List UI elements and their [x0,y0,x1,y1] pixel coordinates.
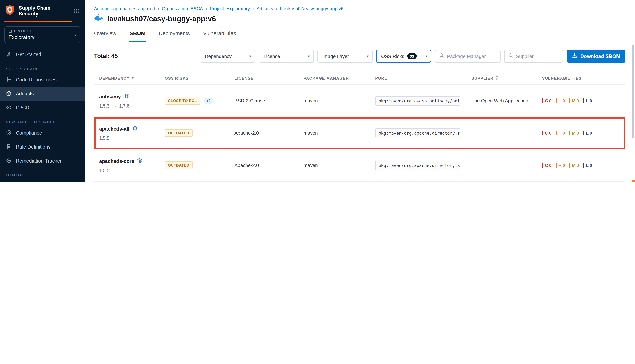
sidebar-item-code-repositories[interactable]: Code Repositories [0,73,85,86]
filter-group: Dependency▾License▾Image Layer▾OSS Risks… [200,50,432,63]
filter-label: Image Layer [322,54,349,59]
content-area: Total: 45 Dependency▾License▾Image Layer… [85,50,635,182]
app-title-line2: Security [19,11,51,17]
breadcrumb-link[interactable]: Project: Exploratory [210,6,250,11]
column-label: DEPENDENCY [99,76,130,80]
tab-sbom[interactable]: SBOM [130,30,145,42]
column-dependency[interactable]: DEPENDENCY ▼ [94,76,165,80]
supplier-search-input[interactable] [516,54,559,59]
column-vulnerabilities: VULNERABILITIES [542,76,625,80]
column-package-manager: PACKAGE MANAGER [304,76,375,80]
chevron-down-icon: ▾ [367,54,369,58]
license-value: Apache-2.0 [235,130,304,136]
breadcrumb-link[interactable]: Account: app-harness-ng-cicd [94,6,155,11]
filter-dependency[interactable]: Dependency▾ [200,50,255,63]
layers-icon [124,93,129,100]
breadcrumb: Account: app-harness-ng-cicd›Organizatio… [85,0,635,12]
sort-descending-icon: ▼ [131,76,134,80]
filter-image-layer[interactable]: Image Layer▾ [318,50,373,63]
tab-overview[interactable]: Overview [94,30,116,42]
sort-icon [495,75,498,81]
vuln-high-count: H0 [555,131,565,136]
package-manager-search[interactable] [435,50,501,63]
table-row[interactable]: apacheds-core-avl 1.5.5 OUTDATED Apache-… [94,182,625,182]
column-purl: PURL [375,76,472,80]
dependency-name: antisamy [99,94,121,99]
supplier-search[interactable] [504,50,563,63]
dependency-name: apacheds-core [99,158,134,164]
vuln-medium-count: M0 [569,98,579,103]
vuln-high-count: H0 [555,98,565,103]
page-title: lavakush07/easy-buggy-app:v6 [107,14,216,23]
oss-risk-badge: OUTDATED [165,162,192,169]
package-manager-value: maven [304,98,375,104]
sidebar-item-rule-definitions[interactable]: Rule Definitions [0,140,85,154]
sidebar-item-label: Code Repositories [16,77,57,82]
vulnerability-counts: C0H0M0L0 [542,131,625,136]
section-supply-chain: SUPPLY CHAIN [6,67,79,71]
filter-license[interactable]: License▾ [259,50,314,63]
rocket-icon [6,51,12,57]
column-label: SUPPLIER [472,76,494,80]
column-label: LICENSE [235,76,254,80]
toolbar-right: Dependency▾License▾Image Layer▾OSS Risks… [200,50,626,63]
download-sbom-button[interactable]: Download SBOM [567,50,626,63]
app-root: Supply Chain Security PROJECT [0,0,635,182]
package-manager-value: maven [304,162,375,168]
column-supplier[interactable]: SUPPLIER [472,75,542,81]
vuln-critical-count: C0 [542,131,551,136]
breadcrumb-link[interactable]: Artifacts [257,6,273,11]
app-title: Supply Chain Security [19,5,51,17]
column-label: VULNERABILITIES [542,76,581,80]
vuln-high-count: H0 [555,163,565,168]
main-content: Account: app-harness-ng-cicd›Organizatio… [85,0,635,182]
column-label: OSS RISKS [165,76,189,80]
table-row[interactable]: apacheds-core 1.5.5 OUTDATED Apache-2.0 … [94,149,625,182]
table-row[interactable]: antisamy 1.5.3 → 1.7.8 CLOSE TO EOL +1 [94,85,625,117]
sidebar: Supply Chain Security PROJECT [0,0,85,182]
tab-deployments[interactable]: Deployments [159,30,190,42]
table-header: DEPENDENCY ▼ OSS RISKS LICENSE PACKAGE M… [94,72,625,85]
package-manager-search-input[interactable] [447,54,497,59]
chevron-right-icon: › [74,32,76,38]
filter-label: Dependency [205,54,232,59]
search-icon [508,53,514,60]
sidebar-item-artifacts[interactable]: Artifacts [0,86,85,100]
sidebar-item-get-started[interactable]: Get Started [0,47,85,61]
module-grid-icon[interactable] [74,8,79,14]
vulnerability-counts: C0H0M0L0 [542,98,625,103]
tab-vulnerabilities[interactable]: Vulnerabilities [203,30,236,42]
docker-icon [94,14,104,24]
sidebar-item-ci-cd[interactable]: CI/CD [0,100,85,114]
sidebar-item-label: Get Started [16,52,41,57]
sidebar-item-compliance[interactable]: Compliance [0,126,85,140]
breadcrumb-link[interactable]: lavakush07/easy-buggy-app:v6 [280,6,343,11]
vuln-medium-count: M0 [569,131,579,136]
version-upgrade: → 1.7.8 [112,103,130,108]
breadcrumb-link[interactable]: Organization: SSCA [162,6,203,11]
purl-value[interactable]: pkg:maven/org.apache.directory.s... [375,160,461,170]
sidebar-item-remediation-tracker[interactable]: Remediation Tracker [0,154,85,168]
oss-risk-extra-badge[interactable]: +1 [203,98,214,104]
column-oss-risks: OSS RISKS [165,76,235,80]
cube-icon [6,91,12,96]
breadcrumb-separator-icon: › [276,6,277,12]
purl-value[interactable]: pkg:maven/org.owasp.antisamy/ant... [375,96,461,106]
dependency-version: 1.5.3 [99,103,110,108]
download-sbom-label: Download SBOM [580,54,620,59]
dependency-version-new: 1.7.8 [119,103,130,108]
table-row[interactable]: apacheds-all 1.5.5 OUTDATED Apache-2.0 m… [94,117,625,149]
purl-value[interactable]: pkg:maven/org.apache.directory.s... [375,128,461,138]
sidebar-item-label: CI/CD [16,105,29,110]
app-logo-icon [5,5,16,17]
filter-oss-risks[interactable]: OSS Risks03▾ [376,50,432,63]
scrollbar-thumb[interactable] [632,45,634,138]
project-selector[interactable]: PROJECT Exploratory › [5,26,80,43]
vuln-medium-count: M0 [569,163,579,168]
package-manager-value: maven [304,130,375,136]
chevron-down-icon: ▾ [249,54,251,58]
sidebar-item-integrations[interactable]: Integrations [0,179,85,182]
column-label: PACKAGE MANAGER [304,76,349,80]
chevron-down-icon: ▾ [308,54,310,58]
dependency-version: 1.5.5 [99,136,110,141]
